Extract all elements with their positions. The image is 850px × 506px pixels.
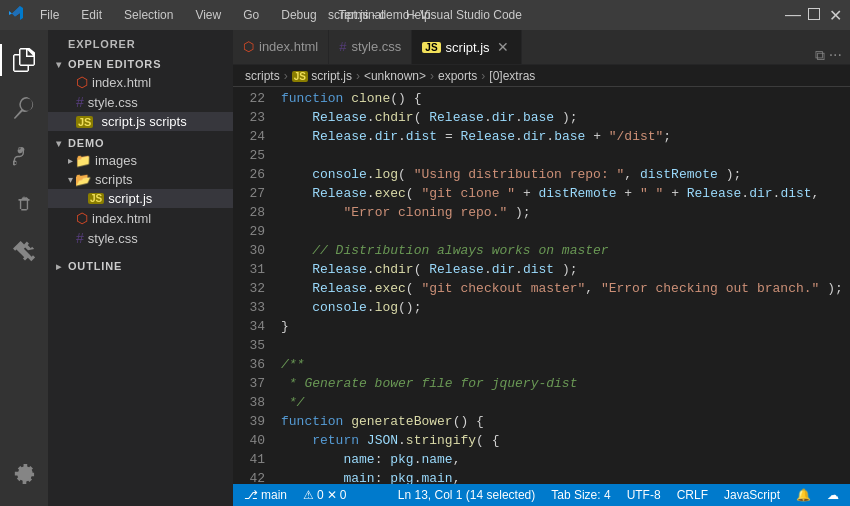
file-script-js[interactable]: JS script.js (48, 189, 233, 208)
menu-debug[interactable]: Debug (277, 6, 320, 24)
window-title: script.js - demo - Visual Studio Code (328, 8, 522, 22)
sidebar: EXPLORER ▾ OPEN EDITORS ⬡ index.html # s… (48, 30, 233, 506)
folder-images[interactable]: ▸ 📁 images (48, 151, 233, 170)
activity-extensions[interactable] (0, 228, 48, 276)
split-editor-icon[interactable]: ⧉ (815, 47, 825, 64)
code-line-36: /** (273, 355, 850, 374)
code-line-39: function generateBower() { (273, 412, 850, 431)
code-line-34: } (273, 317, 850, 336)
status-bar-right: Ln 13, Col 1 (14 selected) Tab Size: 4 U… (395, 488, 842, 502)
explorer-header: EXPLORER (48, 30, 233, 54)
folder-icon: 📁 (75, 153, 91, 168)
folder-open-icon: 📂 (75, 172, 91, 187)
code-line-37: * Generate bower file for jquery-dist (273, 374, 850, 393)
code-line-38: */ (273, 393, 850, 412)
activity-bar-bottom (0, 450, 48, 506)
status-bar-left: ⎇ main ⚠ 0 ✕ 0 (241, 488, 349, 502)
window-controls[interactable]: ― ✕ (786, 8, 842, 22)
line-endings[interactable]: CRLF (674, 488, 711, 502)
activity-settings[interactable] (0, 450, 48, 498)
code-line-22: function clone() { (273, 89, 850, 108)
html-file-icon: ⬡ (76, 74, 88, 90)
file-style-css[interactable]: # style.css (48, 228, 233, 248)
outline-header: ▸ OUTLINE (48, 256, 233, 274)
file-index-html[interactable]: ⬡ index.html (48, 208, 233, 228)
error-icon: ✕ (327, 488, 337, 502)
close-button[interactable]: ✕ (828, 8, 842, 22)
code-line-31: Release.chdir( Release.dir.dist ); (273, 260, 850, 279)
activity-bar (0, 30, 48, 506)
notifications-icon[interactable]: 🔔 (793, 488, 814, 502)
open-editor-script-js[interactable]: JS script.js scripts (48, 112, 233, 131)
code-editor[interactable]: function clone() { Release.chdir( Releas… (273, 87, 850, 484)
folder-scripts[interactable]: ▾ 📂 scripts (48, 170, 233, 189)
status-bar: ⎇ main ⚠ 0 ✕ 0 Ln 13, Col 1 (14 selected… (233, 484, 850, 506)
problems-indicator[interactable]: ⚠ 0 ✕ 0 (300, 488, 349, 502)
open-editors-chevron[interactable]: ▾ (56, 59, 62, 70)
git-icon: ⎇ (244, 488, 258, 502)
encoding[interactable]: UTF-8 (624, 488, 664, 502)
demo-header: ▾ DEMO (48, 131, 233, 151)
activity-search[interactable] (0, 84, 48, 132)
code-line-29 (273, 222, 850, 241)
js-tab-icon: JS (422, 42, 440, 53)
html-icon: ⬡ (76, 210, 88, 226)
open-editor-style-css[interactable]: # style.css (48, 92, 233, 112)
activity-run[interactable] (0, 180, 48, 228)
demo-chevron[interactable]: ▾ (56, 138, 62, 149)
code-line-28: "Error cloning repo." ); (273, 203, 850, 222)
minimize-button[interactable]: ― (786, 8, 800, 22)
title-bar: File Edit Selection View Go Debug Termin… (0, 0, 850, 30)
code-line-23: Release.chdir( Release.dir.base ); (273, 108, 850, 127)
menu-edit[interactable]: Edit (77, 6, 106, 24)
menu-selection[interactable]: Selection (120, 6, 177, 24)
tab-style-css[interactable]: # style.css (329, 30, 412, 64)
line-numbers: 22232425 26272829 30313233 34353637 3839… (233, 87, 273, 484)
warning-icon: ⚠ (303, 488, 314, 502)
menu-go[interactable]: Go (239, 6, 263, 24)
css-tab-icon: # (339, 39, 346, 54)
menu-view[interactable]: View (191, 6, 225, 24)
tab-actions: ⧉ ··· (815, 46, 850, 64)
language-mode[interactable]: JavaScript (721, 488, 783, 502)
code-line-40: return JSON.stringify( { (273, 431, 850, 450)
code-line-27: Release.exec( "git clone " + distRemote … (273, 184, 850, 203)
remote-icon[interactable]: ☁ (824, 488, 842, 502)
code-line-24: Release.dir.dist = Release.dir.base + "/… (273, 127, 850, 146)
editor[interactable]: 22232425 26272829 30313233 34353637 3839… (233, 87, 850, 484)
code-line-25 (273, 146, 850, 165)
code-line-32: Release.exec( "git checkout master", "Er… (273, 279, 850, 298)
js-icon: JS (88, 193, 104, 204)
tabs-bar: ⬡ index.html # style.css JS script.js ✕ … (233, 30, 850, 65)
outline-section: ▸ OUTLINE (48, 256, 233, 274)
editor-wrapper: ⬡ index.html # style.css JS script.js ✕ … (233, 30, 850, 506)
breadcrumb: scripts › JS script.js › <unknown> › exp… (233, 65, 850, 87)
code-line-26: console.log( "Using distribution repo: "… (273, 165, 850, 184)
tab-index-html[interactable]: ⬡ index.html (233, 30, 329, 64)
open-editor-index-html[interactable]: ⬡ index.html (48, 72, 233, 92)
js-file-icon: JS (76, 116, 93, 128)
menu-file[interactable]: File (36, 6, 63, 24)
css-file-icon: # (76, 94, 84, 110)
css-icon: # (76, 230, 84, 246)
html-tab-icon: ⬡ (243, 39, 254, 54)
app-logo-icon (8, 5, 24, 25)
maximize-button[interactable] (808, 8, 820, 20)
git-branch[interactable]: ⎇ main (241, 488, 290, 502)
outline-chevron[interactable]: ▸ (56, 261, 62, 272)
tab-close-button[interactable]: ✕ (495, 39, 511, 55)
code-line-30: // Distribution always works on master (273, 241, 850, 260)
main-area: EXPLORER ▾ OPEN EDITORS ⬡ index.html # s… (0, 30, 850, 506)
activity-explorer[interactable] (0, 36, 48, 84)
code-line-41: name: pkg.name, (273, 450, 850, 469)
open-editors-header: ▾ OPEN EDITORS (48, 54, 233, 72)
activity-source-control[interactable] (0, 132, 48, 180)
code-line-42: main: pkg.main, (273, 469, 850, 484)
code-line-35 (273, 336, 850, 355)
code-line-33: console.log(); (273, 298, 850, 317)
tab-size[interactable]: Tab Size: 4 (548, 488, 613, 502)
more-actions-icon[interactable]: ··· (829, 46, 842, 64)
tab-script-js[interactable]: JS script.js ✕ (412, 30, 521, 64)
cursor-position[interactable]: Ln 13, Col 1 (14 selected) (395, 488, 538, 502)
